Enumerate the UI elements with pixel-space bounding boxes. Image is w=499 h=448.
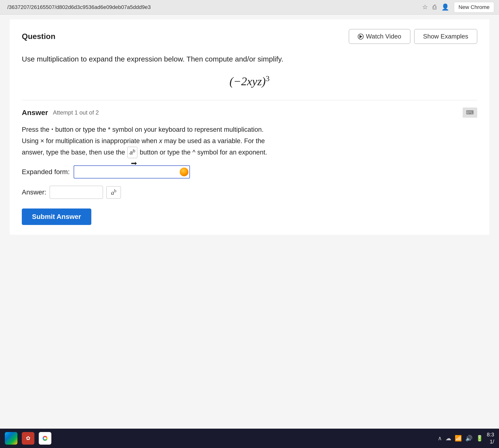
question-label: Question [22,32,55,41]
new-chrome-button[interactable]: New Chrome [454,2,494,13]
answer-input[interactable] [50,186,103,199]
expression-exponent: 3 [266,74,270,83]
answer-input-label: Answer: [22,188,46,196]
question-instruction: Use multiplication to expand the express… [22,53,477,64]
play-triangle-icon [359,35,362,38]
svg-point-1 [44,437,46,440]
answer-input-row: Answer: ab [22,186,477,199]
expanded-form-input[interactable] [74,165,190,178]
browser-chrome: /3637207/26165507/d802d6d3c9536ad6e09deb… [0,0,499,15]
taskbar-red-icon[interactable]: ✿ [22,432,34,445]
instruction-line3: answer, type the base, then use the ab b… [22,147,477,158]
keyboard-icon-button[interactable]: ⌨ [463,108,477,118]
date-display: 1/ [487,438,494,445]
math-expression: (−2xyz)3 [22,74,477,88]
volume-icon: 🔊 [465,435,473,442]
taskbar-red-label: ✿ [26,435,30,441]
answer-instructions: Press the · button or type the * symbol … [22,123,477,158]
ab-inline-btn: ab [128,147,137,158]
battery-icon: 🔋 [476,435,483,442]
share-icon[interactable]: ⎙ [433,3,436,11]
taskbar-chrome-icon[interactable] [39,432,51,445]
browser-action-icons: ☆ ⎙ 👤 [422,3,449,11]
show-examples-button[interactable]: Show Examples [414,29,477,44]
taskbar-right: ∧ ☁ 📶 🔊 🔋 8:3 1/ [438,431,494,445]
expanded-form-label: Expanded form: [22,168,70,176]
person-icon[interactable]: 👤 [441,3,449,11]
attempt-label: Attempt 1 out of 2 [53,109,98,116]
instruction-line1: Press the · button or type the * symbol … [22,123,477,136]
watch-video-button[interactable]: Watch Video [349,29,410,44]
expression-base: (−2xyz) [229,75,266,88]
expanded-form-row: Expanded form: [22,165,477,178]
url-bar[interactable]: /3637207/26165507/d802d6d3c9536ad6e09deb… [5,4,422,10]
cloud-icon: ☁ [446,435,451,442]
taskbar-time: 8:3 1/ [487,431,494,445]
time-display: 8:3 [487,431,494,438]
main-content: Question Watch Video Show Examples Use m… [0,15,499,429]
star-icon[interactable]: ☆ [422,3,428,11]
expanded-form-input-wrapper [74,165,190,178]
taskbar: ✿ ∧ ☁ 📶 🔊 🔋 8:3 1/ [0,429,499,448]
up-arrow-icon: ∧ [438,435,442,442]
ab-button[interactable]: ab [106,186,121,199]
question-container: Question Watch Video Show Examples Use m… [10,19,489,235]
header-buttons: Watch Video Show Examples [349,29,477,44]
submit-answer-button[interactable]: Submit Answer [22,208,91,225]
instruction-line2: Using × for multiplication is inappropri… [22,136,477,147]
dot-symbol: · [51,125,53,133]
answer-section: Answer Attempt 1 out of 2 ⌨ Press the · … [22,100,477,225]
taskbar-windows-icon[interactable] [5,432,17,445]
watch-video-label: Watch Video [366,33,401,40]
play-icon [358,34,364,39]
answer-header: Answer Attempt 1 out of 2 ⌨ [22,108,477,118]
wifi-icon: 📶 [455,435,462,442]
question-header: Question Watch Video Show Examples [22,29,477,44]
answer-section-label: Answer [22,109,48,117]
